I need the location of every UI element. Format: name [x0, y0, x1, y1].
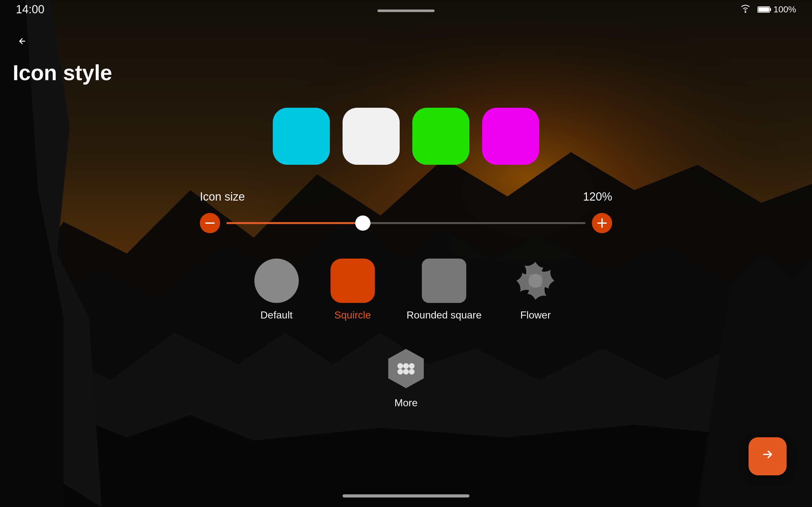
icon-shape-squircle	[331, 259, 375, 303]
slider-increase-button[interactable]	[592, 213, 612, 233]
icon-shapes-row1: Default Squircle Rounded square	[254, 259, 558, 321]
icon-label-default: Default	[260, 309, 293, 321]
icon-label-rounded-square: Rounded square	[407, 309, 482, 321]
drag-handle[interactable]	[377, 9, 435, 12]
slider-section: Icon size 120%	[200, 190, 612, 233]
svg-point-16	[409, 369, 415, 375]
slider-header: Icon size 120%	[200, 190, 612, 204]
svg-rect-6	[205, 222, 215, 224]
svg-point-12	[403, 363, 409, 369]
fab-next-button[interactable]	[749, 437, 786, 475]
icon-option-flower[interactable]: Flower	[513, 259, 558, 321]
icon-shapes-row2: More	[384, 346, 428, 409]
svg-point-13	[409, 363, 415, 369]
slider-fill	[226, 222, 363, 224]
swatch-white[interactable]	[343, 108, 400, 165]
slider-decrease-button[interactable]	[200, 213, 220, 233]
svg-point-9	[528, 274, 542, 288]
bottom-navigation-bar	[343, 494, 469, 498]
svg-point-11	[397, 363, 403, 369]
icon-label-squircle: Squircle	[334, 309, 371, 321]
color-swatches	[273, 108, 539, 165]
icon-shape-rounded-square	[422, 259, 466, 303]
slider-row	[200, 213, 612, 233]
svg-rect-5	[770, 8, 771, 11]
svg-rect-8	[601, 218, 603, 228]
icon-option-squircle[interactable]: Squircle	[331, 259, 375, 321]
fab-arrow-icon	[759, 446, 776, 466]
slider-value: 120%	[583, 190, 612, 204]
slider-label: Icon size	[200, 190, 245, 204]
slider-track[interactable]	[226, 222, 586, 224]
battery-icon: 100%	[757, 4, 796, 14]
battery-percentage: 100%	[773, 4, 796, 14]
svg-point-2	[745, 11, 746, 13]
time-display: 14:00	[16, 3, 44, 16]
icon-label-more: More	[395, 397, 418, 409]
slider-thumb[interactable]	[355, 216, 370, 231]
content-area: Icon size 120%	[0, 108, 812, 409]
swatch-magenta[interactable]	[482, 108, 539, 165]
icon-option-rounded-square[interactable]: Rounded square	[407, 259, 482, 321]
back-button[interactable]	[13, 32, 32, 51]
icon-option-more[interactable]: More	[384, 346, 428, 409]
swatch-green[interactable]	[412, 108, 469, 165]
swatch-cyan[interactable]	[273, 108, 330, 165]
page-title: Icon style	[13, 60, 112, 85]
status-icons: 100%	[740, 4, 796, 15]
icon-shape-flower	[513, 259, 558, 303]
svg-point-14	[397, 369, 403, 375]
icon-shape-more	[384, 346, 428, 391]
svg-rect-4	[758, 7, 769, 12]
icon-shape-default	[254, 259, 299, 303]
svg-point-15	[403, 369, 409, 375]
wifi-icon	[740, 4, 751, 15]
icon-option-default[interactable]: Default	[254, 259, 299, 321]
icon-label-flower: Flower	[520, 309, 551, 321]
